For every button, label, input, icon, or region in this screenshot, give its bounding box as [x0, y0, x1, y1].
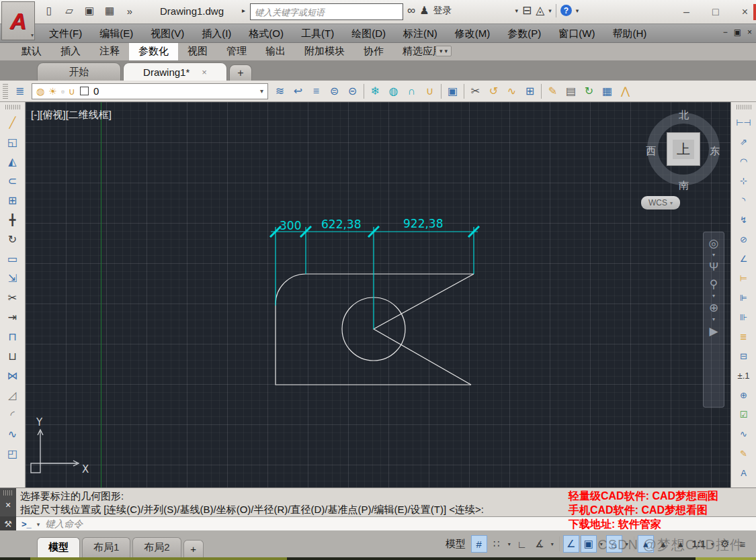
- doc-restore-button[interactable]: ▣: [734, 28, 741, 37]
- file-tab[interactable]: 开始 ×: [37, 62, 121, 81]
- navbar-caret-1[interactable]: ▾: [712, 252, 715, 258]
- quick-dimension-icon[interactable]: ⊨: [734, 269, 753, 288]
- save-as-icon[interactable]: ▦: [102, 3, 117, 18]
- ribbon-tab[interactable]: 默认: [12, 43, 51, 60]
- signin-caret-icon[interactable]: ▾: [515, 7, 518, 14]
- navigation-wheel-icon[interactable]: ◎: [709, 238, 719, 249]
- orbit-icon[interactable]: ⊕: [709, 302, 718, 314]
- ribbon-display-options-button[interactable]: ▾ ▾: [435, 46, 452, 56]
- group-edit-icon[interactable]: ⊞: [521, 83, 539, 100]
- array-icon[interactable]: ⊞: [3, 191, 22, 210]
- ribbon-tab[interactable]: 参数化: [129, 43, 178, 60]
- drawing-canvas[interactable]: [-][俯视][二维线框]: [26, 102, 730, 487]
- layout-tab[interactable]: 布局1: [82, 537, 130, 557]
- doc-close-button[interactable]: ×: [747, 28, 752, 37]
- revision-cloud-icon[interactable]: ↺: [485, 83, 503, 100]
- dimension-lines[interactable]: [271, 227, 478, 329]
- navbar-caret-3[interactable]: ▾: [712, 317, 715, 322]
- viewcube-top-face[interactable]: 上: [667, 132, 700, 166]
- viewcube-south-label[interactable]: 南: [679, 179, 689, 192]
- new-file-icon[interactable]: ▯: [42, 3, 56, 18]
- zoom-icon[interactable]: ⚲: [710, 279, 718, 290]
- layer-make-current-icon[interactable]: ≡: [307, 83, 325, 100]
- file-tab[interactable]: Drawing1* ×: [123, 62, 227, 81]
- join-icon[interactable]: ⋈: [3, 366, 22, 385]
- layer-walk-icon[interactable]: ⊜: [325, 83, 343, 100]
- dim-diameter-icon[interactable]: ⊘: [734, 230, 753, 249]
- ribbon-tab[interactable]: 输出: [256, 43, 295, 60]
- menu-item[interactable]: 编辑(E): [92, 26, 140, 42]
- snap-mode-icon[interactable]: ∷: [489, 535, 505, 553]
- dim-linear-icon[interactable]: ⊢⊣: [734, 113, 753, 132]
- erase-icon[interactable]: ╱: [3, 113, 22, 132]
- menu-item[interactable]: 帮助(H): [605, 26, 654, 42]
- a360-icon[interactable]: ◬: [536, 3, 544, 17]
- ribbon-tab[interactable]: 附加模块: [295, 43, 354, 60]
- center-mark-icon[interactable]: ⊕: [734, 385, 753, 405]
- purge-broom-icon[interactable]: ⋀: [616, 83, 634, 100]
- move-icon[interactable]: ╋: [3, 210, 22, 230]
- menu-item[interactable]: 插入(I): [194, 26, 239, 42]
- layer-unlock2-icon[interactable]: ∪: [421, 83, 439, 100]
- showmotion-icon[interactable]: ▶: [709, 326, 718, 337]
- doc-minimize-button[interactable]: −: [723, 28, 728, 37]
- menu-item[interactable]: 窗口(W): [551, 26, 602, 42]
- open-folder-icon[interactable]: ▱: [62, 3, 77, 18]
- dim-edit-icon[interactable]: ✎: [734, 444, 753, 463]
- ribbon-tab[interactable]: 管理: [217, 43, 256, 60]
- copy-to-layer-icon[interactable]: ▣: [444, 83, 462, 100]
- new-drawing-tab-button[interactable]: +: [229, 64, 252, 81]
- dim-continue-icon[interactable]: ⊪: [734, 308, 753, 327]
- dim-ordinate-icon[interactable]: ⊹: [734, 171, 753, 191]
- break-icon[interactable]: ⊓: [3, 327, 22, 346]
- menu-item[interactable]: 格式(O): [241, 26, 291, 42]
- layer-pause-icon[interactable]: ⊝: [343, 83, 362, 100]
- maximize-button[interactable]: □: [712, 6, 719, 18]
- dim-arc-length-icon[interactable]: ◠: [734, 152, 753, 171]
- ribbon-tab[interactable]: 视图: [178, 43, 217, 60]
- layer-color-swatch[interactable]: [80, 87, 89, 95]
- menu-item[interactable]: 文件(F): [42, 26, 89, 42]
- ribbon-tab[interactable]: 协作: [354, 43, 393, 60]
- dim-jogged-icon[interactable]: ↯: [734, 210, 753, 230]
- command-input[interactable]: 键入命令: [45, 518, 83, 530]
- layer-lock-icon[interactable]: ∩: [403, 83, 421, 100]
- explode-icon[interactable]: ◰: [3, 444, 22, 463]
- layout-tab[interactable]: 布局2: [132, 537, 181, 557]
- layer-on-icon[interactable]: ◍: [36, 86, 44, 97]
- scale-icon[interactable]: ▭: [3, 249, 22, 269]
- tolerance-icon[interactable]: ±.1: [734, 366, 753, 385]
- offset-icon[interactable]: ⊂: [3, 171, 22, 191]
- dimension-texts[interactable]: 300 622,38 922,38: [280, 217, 443, 232]
- copy-icon[interactable]: ◱: [3, 132, 22, 152]
- ribbon-tab[interactable]: 插入: [51, 43, 90, 60]
- freehand-sketch-icon[interactable]: ∿: [503, 83, 521, 100]
- help-caret-icon[interactable]: ▾: [576, 7, 579, 14]
- match-properties-icon[interactable]: ✎: [544, 83, 562, 100]
- app-logo[interactable]: A ▾: [1, 1, 35, 40]
- wcs-dropdown[interactable]: WCS ▾: [641, 196, 680, 209]
- fillet-icon[interactable]: ◜: [3, 405, 22, 424]
- new-layout-button[interactable]: +: [183, 540, 204, 557]
- command-panel-close-icon[interactable]: ×: [5, 500, 11, 510]
- dim-text-edit-icon[interactable]: A: [734, 463, 753, 483]
- layer-properties-icon[interactable]: ≣: [11, 83, 29, 100]
- chamfer-icon[interactable]: ◿: [3, 385, 22, 405]
- layer-off-icon[interactable]: ◍: [384, 83, 403, 100]
- dim-baseline-icon[interactable]: ⊫: [734, 288, 753, 308]
- menu-item[interactable]: 视图(V): [143, 26, 192, 42]
- search-input[interactable]: 键入关键字或短语: [250, 3, 403, 20]
- clip-icon[interactable]: ✂: [466, 83, 485, 100]
- layer-combo-caret-icon[interactable]: ▾: [260, 87, 263, 95]
- dim-space-icon[interactable]: ≣: [734, 327, 753, 346]
- toolbar-grip[interactable]: [3, 84, 8, 99]
- drawing-geometry[interactable]: 300 622,38 922,38: [26, 102, 730, 487]
- trim-icon[interactable]: ✂: [3, 288, 22, 308]
- command-prompt-caret-icon[interactable]: ▾: [37, 521, 40, 528]
- layer-select-combo[interactable]: ◍☀▫∪ 0 ▾: [32, 83, 268, 99]
- layer-thaw-icon[interactable]: ☀: [48, 86, 57, 97]
- dim-break-icon[interactable]: ⊟: [734, 346, 753, 366]
- layer-freeze-icon[interactable]: ❄: [366, 83, 384, 100]
- close-button[interactable]: ×: [742, 6, 748, 18]
- viewcube-west-label[interactable]: 西: [646, 145, 656, 158]
